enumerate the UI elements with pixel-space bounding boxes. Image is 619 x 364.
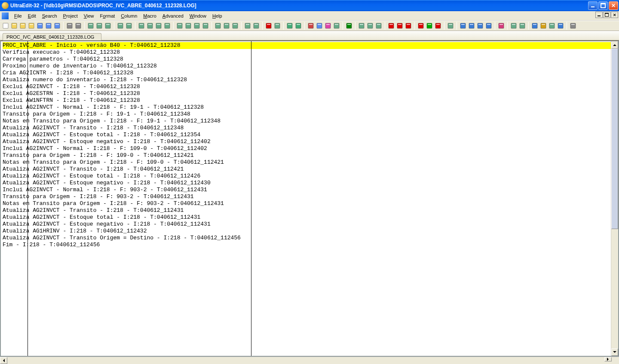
- copy-file2-icon[interactable]: [95, 22, 103, 30]
- svg-rect-6: [29, 23, 34, 28]
- web-preview-icon[interactable]: [223, 22, 230, 30]
- svg-rect-60: [296, 23, 301, 28]
- text-line: Atualiza AG2INVCT - Estoque total - I:21…: [3, 214, 200, 220]
- undo-icon[interactable]: [286, 22, 294, 30]
- function-list-icon[interactable]: [447, 22, 454, 30]
- open-file-icon[interactable]: [10, 22, 18, 30]
- svg-rect-64: [317, 23, 322, 28]
- open-recent-icon[interactable]: [28, 22, 35, 30]
- text-line: Atualiza AG2INVCT - Estoque negativo - I…: [3, 180, 211, 186]
- copy-file1-icon[interactable]: [87, 22, 95, 30]
- run-tool-icon[interactable]: [539, 22, 547, 30]
- menu-search[interactable]: Search: [39, 12, 60, 19]
- redo-icon[interactable]: [294, 22, 302, 30]
- maximize-button[interactable]: [598, 1, 608, 10]
- horizontal-scroll-track[interactable]: [7, 357, 619, 364]
- menu-edit[interactable]: Edit: [25, 12, 39, 19]
- vertical-scroll-thumb[interactable]: [611, 49, 618, 229]
- new-file-icon[interactable]: [2, 22, 9, 30]
- menu-window[interactable]: Window: [187, 12, 209, 19]
- menu-format[interactable]: Format: [97, 12, 118, 19]
- unix-mac-icon[interactable]: [146, 22, 154, 30]
- dos-unix2-icon[interactable]: [163, 22, 171, 30]
- dos-unix-icon[interactable]: [138, 22, 145, 30]
- clipboard-user-icon[interactable]: [252, 22, 260, 30]
- stop-macro-icon[interactable]: [434, 22, 442, 30]
- minimize-button[interactable]: [588, 1, 598, 10]
- svg-rect-44: [215, 23, 221, 28]
- scroll-down-arrow-icon[interactable]: [611, 349, 618, 356]
- goto-icon[interactable]: [345, 22, 353, 30]
- clipboard2-icon[interactable]: [125, 22, 133, 30]
- toolbar-separator: [567, 22, 567, 30]
- clipboard-win-icon[interactable]: [244, 22, 251, 30]
- svg-rect-96: [478, 23, 483, 28]
- text-line: Atualiza AG2INVCT - Estoque negativo - I…: [3, 138, 211, 145]
- bookmark-icon[interactable]: [273, 22, 281, 30]
- replace-icon[interactable]: [497, 22, 505, 30]
- cancel-icon[interactable]: [404, 22, 412, 30]
- mdi-restore-button[interactable]: [603, 12, 610, 18]
- delete-icon[interactable]: [396, 22, 404, 30]
- scroll-up-arrow-icon[interactable]: [611, 41, 618, 49]
- mdi-close-button[interactable]: [611, 12, 618, 18]
- print-icon[interactable]: [66, 22, 74, 30]
- menu-advanced[interactable]: Advanced: [159, 12, 187, 19]
- text-content[interactable]: PROC_IVC_ABRE - Inicio - versão B40 - T:…: [1, 41, 618, 248]
- copy-file3-icon[interactable]: [104, 22, 112, 30]
- word-wrap-icon[interactable]: [375, 22, 383, 30]
- spell-check-icon[interactable]: [387, 22, 395, 30]
- record-macro-icon[interactable]: [417, 22, 425, 30]
- cut-icon[interactable]: [307, 22, 315, 30]
- play-macro-icon[interactable]: [426, 22, 433, 30]
- refresh-icon[interactable]: [557, 22, 564, 30]
- horizontal-scrollbar[interactable]: [0, 357, 619, 364]
- svg-rect-114: [570, 23, 576, 28]
- close-file-icon[interactable]: [19, 22, 27, 30]
- file-tab[interactable]: PROC_IVC_ABRE_040612_112328.LOG: [3, 33, 101, 40]
- paste-icon[interactable]: [324, 22, 332, 30]
- menu-view[interactable]: View: [81, 12, 97, 19]
- mdi-minimize-button[interactable]: [595, 12, 603, 18]
- config-icon[interactable]: [569, 22, 577, 30]
- menu-help[interactable]: Help: [209, 12, 225, 19]
- editor-viewport[interactable]: PROC_IVC_ABRE - Inicio - versão B40 - T:…: [1, 41, 618, 356]
- menu-file[interactable]: File: [11, 12, 25, 19]
- close-button[interactable]: [609, 1, 618, 10]
- save-all-icon[interactable]: [53, 22, 61, 30]
- column-mode-icon[interactable]: [510, 22, 518, 30]
- ascii-table-icon[interactable]: [176, 22, 184, 30]
- svg-rect-93: [461, 24, 465, 25]
- ebcdic-icon[interactable]: [184, 22, 192, 30]
- save-as-icon[interactable]: [45, 22, 52, 30]
- sum-columns-icon[interactable]: [518, 22, 526, 30]
- find-next-icon[interactable]: [468, 22, 475, 30]
- vertical-scrollbar[interactable]: [611, 41, 618, 356]
- scroll-right-arrow-icon[interactable]: [604, 357, 612, 361]
- save-icon[interactable]: [36, 22, 44, 30]
- scroll-left-arrow-icon[interactable]: [0, 357, 7, 364]
- insert-template-icon[interactable]: [214, 22, 222, 30]
- sort-asc-icon[interactable]: [193, 22, 201, 30]
- svg-rect-39: [187, 24, 190, 25]
- svg-rect-53: [254, 24, 258, 25]
- find-icon[interactable]: [459, 22, 467, 30]
- menu-macro[interactable]: Macro: [140, 12, 159, 19]
- browser-icon[interactable]: [231, 22, 239, 30]
- print-preview-icon[interactable]: [74, 22, 82, 30]
- find-in-files-icon[interactable]: [485, 22, 493, 30]
- dos-mac-icon[interactable]: [155, 22, 162, 30]
- find-prev-icon[interactable]: [476, 22, 484, 30]
- copy-icon[interactable]: [316, 22, 323, 30]
- html-tidy-icon[interactable]: [531, 22, 539, 30]
- clipboard-hist-icon[interactable]: [333, 22, 340, 30]
- show-spaces-icon[interactable]: [358, 22, 365, 30]
- toolbar-separator: [355, 22, 355, 30]
- delete-mark-icon[interactable]: [265, 22, 273, 30]
- sort-desc-icon[interactable]: [202, 22, 209, 30]
- ctags-icon[interactable]: [548, 22, 556, 30]
- menu-column[interactable]: Column: [118, 12, 140, 19]
- clipboard1-icon[interactable]: [116, 22, 124, 30]
- line-numbers-icon[interactable]: [366, 22, 374, 30]
- menu-project[interactable]: Project: [60, 12, 81, 19]
